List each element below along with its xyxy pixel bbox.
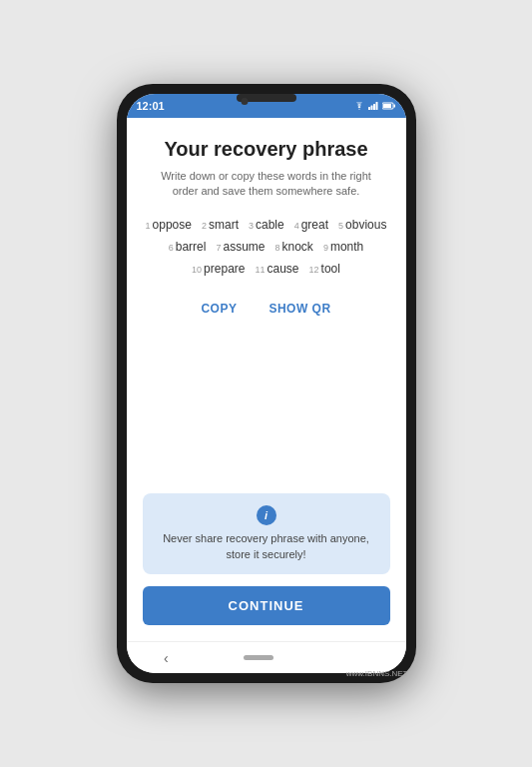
- continue-button[interactable]: CONTINUE: [143, 586, 390, 625]
- phrase-word-10: prepare: [204, 262, 245, 276]
- phrase-item-9: 9 month: [323, 240, 363, 254]
- phrase-number-2: 2: [202, 221, 207, 231]
- phone-screen: 12:01: [127, 94, 406, 673]
- phone-frame: 12:01: [117, 84, 416, 683]
- page-title: Your recovery phrase: [164, 138, 367, 161]
- phrase-item-7: 7 assume: [216, 240, 265, 254]
- phrase-item-1: 1 oppose: [146, 218, 192, 232]
- phrase-row-1: 1 oppose 2 smart 3 cable 4 great: [143, 218, 390, 232]
- phrase-number-7: 7: [216, 243, 221, 253]
- screen-content: Your recovery phrase Write down or copy …: [127, 118, 406, 641]
- status-icons: [354, 102, 396, 110]
- phrase-word-9: month: [330, 240, 363, 254]
- phrase-word-1: oppose: [153, 218, 192, 232]
- phrase-item-5: 5 obvious: [338, 218, 386, 232]
- phrase-number-9: 9: [323, 243, 328, 253]
- svg-rect-3: [375, 102, 377, 110]
- page-subtitle: Write down or copy these words in the ri…: [157, 169, 376, 200]
- phrase-number-11: 11: [255, 265, 265, 275]
- phrase-item-11: 11 cause: [255, 262, 298, 276]
- phrase-word-5: obvious: [345, 218, 386, 232]
- phrase-item-12: 12 tool: [309, 262, 340, 276]
- svg-rect-6: [383, 104, 391, 108]
- signal-icon: [368, 102, 378, 110]
- phrase-number-5: 5: [338, 221, 343, 231]
- svg-rect-0: [368, 107, 370, 110]
- phrase-number-4: 4: [294, 221, 299, 231]
- battery-icon: [382, 102, 396, 110]
- phrase-word-3: cable: [256, 218, 284, 232]
- phrase-word-7: assume: [223, 240, 265, 254]
- phrase-word-6: barrel: [176, 240, 207, 254]
- phrase-number-1: 1: [146, 221, 151, 231]
- phrase-word-11: cause: [267, 262, 299, 276]
- show-qr-button[interactable]: SHOW QR: [263, 298, 336, 320]
- back-button[interactable]: ‹: [164, 650, 169, 666]
- phrase-row-2: 6 barrel 7 assume 8 knock 9 month: [143, 240, 390, 254]
- phrase-number-10: 10: [192, 265, 202, 275]
- watermark: www.IBNNS.NET: [346, 669, 408, 678]
- wifi-icon: [354, 102, 364, 110]
- phrase-item-2: 2 smart: [202, 218, 239, 232]
- copy-button[interactable]: COPY: [195, 298, 243, 320]
- info-icon: i: [257, 505, 276, 525]
- svg-rect-1: [370, 106, 372, 111]
- phrase-number-6: 6: [169, 243, 174, 253]
- phrase-item-3: 3 cable: [249, 218, 284, 232]
- phrase-word-4: great: [301, 218, 328, 232]
- svg-rect-2: [373, 104, 375, 110]
- phrase-container: 1 oppose 2 smart 3 cable 4 great: [143, 218, 390, 284]
- svg-rect-5: [393, 105, 395, 108]
- info-text: Never share recovery phrase with anyone,…: [157, 531, 376, 562]
- phrase-number-8: 8: [275, 243, 280, 253]
- phrase-item-8: 8 knock: [275, 240, 313, 254]
- phrase-item-4: 4 great: [294, 218, 328, 232]
- action-buttons: COPY SHOW QR: [195, 298, 336, 320]
- phrase-word-12: tool: [321, 262, 340, 276]
- phrase-item-10: 10 prepare: [192, 262, 245, 276]
- home-button[interactable]: [244, 655, 273, 660]
- phrase-word-2: smart: [209, 218, 239, 232]
- status-time: 12:01: [137, 100, 165, 112]
- phrase-number-3: 3: [249, 221, 254, 231]
- phrase-number-12: 12: [309, 265, 319, 275]
- camera: [241, 98, 248, 105]
- info-box: i Never share recovery phrase with anyon…: [143, 493, 390, 574]
- phrase-row-3: 10 prepare 11 cause 12 tool: [143, 262, 390, 276]
- phrase-item-6: 6 barrel: [169, 240, 207, 254]
- phrase-word-8: knock: [282, 240, 313, 254]
